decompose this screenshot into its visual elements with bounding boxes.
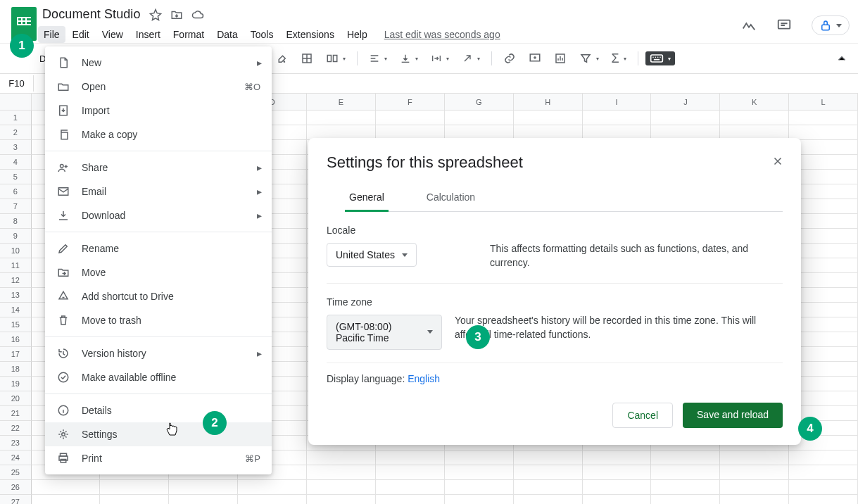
- row-header[interactable]: 17: [0, 347, 32, 362]
- menu-share[interactable]: Share ▸: [45, 156, 272, 179]
- col-header[interactable]: J: [651, 94, 720, 110]
- row-header[interactable]: 2: [0, 125, 32, 140]
- cloud-status-icon[interactable]: [191, 8, 204, 21]
- col-header[interactable]: G: [445, 94, 514, 110]
- row-header[interactable]: 26: [0, 480, 32, 495]
- cell[interactable]: [445, 451, 514, 465]
- cell[interactable]: [514, 465, 583, 480]
- filter-button[interactable]: ▾: [575, 49, 603, 68]
- language-link[interactable]: English: [408, 373, 440, 384]
- cell[interactable]: [651, 465, 720, 480]
- cell[interactable]: [307, 495, 376, 504]
- cell[interactable]: [445, 495, 514, 504]
- cell[interactable]: [583, 495, 652, 504]
- row-header[interactable]: 11: [0, 258, 32, 273]
- row-header[interactable]: 20: [0, 391, 32, 406]
- cell[interactable]: [651, 451, 720, 465]
- cell[interactable]: [789, 480, 858, 495]
- cell[interactable]: [583, 451, 652, 465]
- cell[interactable]: [789, 495, 858, 504]
- cell[interactable]: [514, 480, 583, 495]
- col-header[interactable]: K: [720, 94, 789, 110]
- cell[interactable]: [514, 495, 583, 504]
- row-header[interactable]: 13: [0, 288, 32, 303]
- share-button[interactable]: [812, 15, 850, 35]
- name-box[interactable]: F10: [0, 75, 34, 92]
- close-button[interactable]: [767, 151, 788, 172]
- cell[interactable]: [376, 480, 445, 495]
- v-align-button[interactable]: ▾: [396, 50, 422, 67]
- save-reload-button[interactable]: Save and reload: [683, 403, 783, 428]
- fill-color-button[interactable]: [271, 49, 292, 68]
- menu-insert[interactable]: Insert: [130, 26, 166, 43]
- cell[interactable]: [307, 465, 376, 480]
- menu-download[interactable]: Download ▸: [45, 203, 272, 227]
- cell[interactable]: [583, 465, 652, 480]
- menu-settings[interactable]: Settings: [45, 422, 272, 446]
- tab-general[interactable]: General: [345, 184, 389, 212]
- cell[interactable]: [307, 451, 376, 465]
- col-header[interactable]: E: [307, 94, 376, 110]
- menu-make-copy[interactable]: Make a copy: [45, 122, 272, 146]
- cell[interactable]: [169, 495, 238, 504]
- row-header[interactable]: 27: [0, 495, 32, 504]
- col-header[interactable]: H: [514, 94, 583, 110]
- cell[interactable]: [651, 495, 720, 504]
- menu-tools[interactable]: Tools: [245, 26, 279, 43]
- row-header[interactable]: 23: [0, 436, 32, 451]
- menu-data[interactable]: Data: [211, 26, 244, 43]
- row-header[interactable]: 10: [0, 244, 32, 258]
- row-header[interactable]: 4: [0, 155, 32, 170]
- row-header[interactable]: 19: [0, 377, 32, 391]
- col-header[interactable]: L: [789, 94, 858, 110]
- last-edit-link[interactable]: Last edit was seconds ago: [384, 29, 500, 40]
- cell[interactable]: [169, 480, 238, 495]
- menu-version-history[interactable]: Version history ▸: [45, 341, 272, 365]
- cell[interactable]: [376, 111, 445, 125]
- cell[interactable]: [376, 465, 445, 480]
- cell[interactable]: [100, 495, 169, 504]
- cell[interactable]: [651, 480, 720, 495]
- h-align-button[interactable]: ▾: [365, 50, 391, 67]
- row-header[interactable]: 21: [0, 406, 32, 421]
- locale-select[interactable]: United States: [327, 243, 417, 267]
- row-header[interactable]: 1: [0, 111, 32, 125]
- cell[interactable]: [100, 480, 169, 495]
- row-header[interactable]: 8: [0, 214, 32, 229]
- select-all-corner[interactable]: [0, 94, 32, 110]
- comments-icon[interactable]: [776, 18, 792, 33]
- cell[interactable]: [583, 480, 652, 495]
- cell[interactable]: [376, 451, 445, 465]
- cell[interactable]: [651, 111, 720, 125]
- menu-offline[interactable]: Make available offline: [45, 365, 272, 389]
- cell[interactable]: [789, 111, 858, 125]
- cell[interactable]: [514, 451, 583, 465]
- menu-import[interactable]: Import: [45, 99, 272, 122]
- chart-button[interactable]: [550, 49, 571, 68]
- menu-email[interactable]: Email ▸: [45, 179, 272, 203]
- expand-button[interactable]: [831, 49, 852, 68]
- cell[interactable]: [789, 451, 858, 465]
- row-header[interactable]: 24: [0, 451, 32, 465]
- menu-move[interactable]: Move: [45, 260, 272, 284]
- wrap-button[interactable]: ▾: [427, 50, 453, 67]
- menu-details[interactable]: Details: [45, 398, 272, 422]
- cell[interactable]: [720, 480, 789, 495]
- borders-button[interactable]: [296, 49, 317, 68]
- menu-edit[interactable]: Edit: [67, 26, 95, 43]
- menu-open[interactable]: Open ⌘O: [45, 75, 272, 99]
- menu-extensions[interactable]: Extensions: [280, 26, 339, 43]
- keyboard-button[interactable]: ▾: [645, 51, 675, 65]
- cell[interactable]: [720, 465, 789, 480]
- menu-print[interactable]: Print ⌘P: [45, 446, 272, 470]
- row-header[interactable]: 15: [0, 317, 32, 332]
- row-header[interactable]: 3: [0, 140, 32, 155]
- menu-trash[interactable]: Move to trash: [45, 308, 272, 332]
- cancel-button[interactable]: Cancel: [612, 403, 673, 428]
- menu-format[interactable]: Format: [168, 26, 210, 43]
- row-header[interactable]: 5: [0, 170, 32, 184]
- col-header[interactable]: I: [583, 94, 652, 110]
- cell[interactable]: [514, 111, 583, 125]
- tab-calculation[interactable]: Calculation: [422, 184, 479, 211]
- row-header[interactable]: 25: [0, 465, 32, 480]
